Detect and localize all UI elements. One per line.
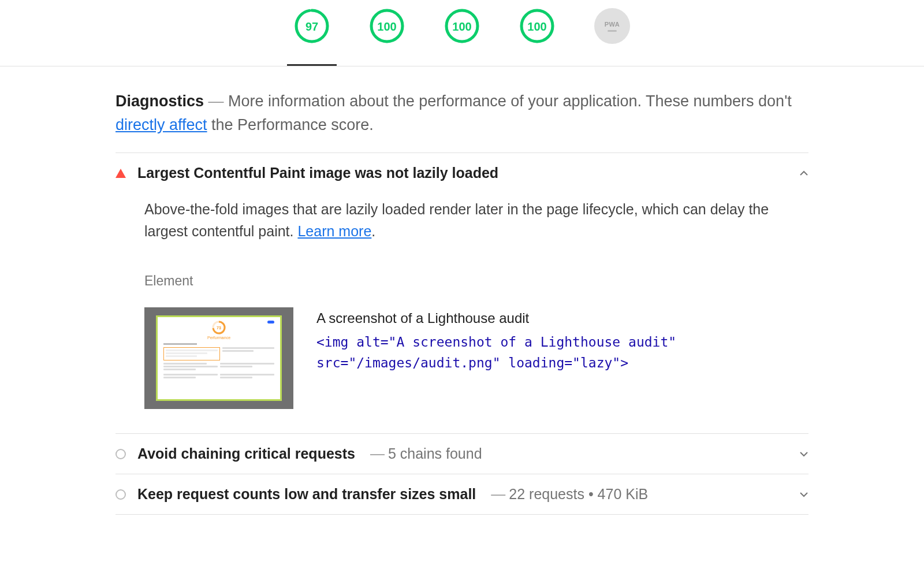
info-circle-icon (116, 489, 126, 500)
element-label: Element (144, 273, 808, 289)
audit-request-counts: Keep request counts low and transfer siz… (116, 474, 808, 515)
gauge-icon: 97 (294, 8, 330, 44)
chevron-down-icon (799, 449, 808, 459)
diagnostics-link[interactable]: directly affect (116, 116, 207, 133)
score-tab-accessibility[interactable]: 100 (362, 8, 412, 54)
audit-subtitle: 5 chains found (388, 445, 482, 462)
gauge-icon: 100 (519, 8, 555, 44)
audit-header[interactable]: Keep request counts low and transfer siz… (116, 486, 808, 503)
learn-more-link[interactable]: Learn more (297, 223, 371, 239)
audit-title: Keep request counts low and transfer siz… (137, 486, 476, 503)
audit-header[interactable]: Largest Contentful Paint image was not l… (116, 165, 808, 181)
element-row: 73 Performance (144, 307, 808, 416)
gauge-icon: 100 (369, 8, 405, 44)
svg-text:100: 100 (377, 20, 396, 33)
audit-chain-requests: Avoid chaining critical requests —5 chai… (116, 434, 808, 474)
diagnostics-header: Diagnostics — More information about the… (116, 90, 808, 153)
svg-text:100: 100 (452, 20, 471, 33)
score-tab-seo[interactable]: 100 (512, 8, 562, 54)
pwa-badge-icon: PWA (594, 8, 630, 44)
svg-text:73: 73 (217, 326, 221, 330)
main-content: Diagnostics — More information about the… (104, 66, 820, 515)
diagnostics-title: Diagnostics (116, 92, 204, 110)
svg-text:97: 97 (305, 20, 318, 33)
audit-header[interactable]: Avoid chaining critical requests —5 chai… (116, 445, 808, 462)
audit-body: Above-the-fold images that are lazily lo… (116, 181, 808, 422)
audit-subtitle: 22 requests • 470 KiB (509, 486, 648, 502)
info-circle-icon (116, 449, 126, 459)
score-tab-performance[interactable]: 97 (287, 8, 337, 54)
scores-bar: 97 100 100 100 PWA (0, 0, 924, 66)
element-thumbnail: 73 Performance (144, 307, 293, 409)
score-tab-pwa[interactable]: PWA (587, 8, 637, 54)
diagnostics-desc: More information about the performance o… (228, 92, 792, 110)
audit-title: Largest Contentful Paint image was not l… (137, 165, 498, 181)
audit-lcp-lazy: Largest Contentful Paint image was not l… (116, 153, 808, 434)
score-tab-best-practices[interactable]: 100 (437, 8, 487, 54)
warning-triangle-icon (116, 169, 126, 178)
gauge-icon: 100 (444, 8, 480, 44)
audit-title: Avoid chaining critical requests (137, 445, 355, 462)
diagnostics-desc-after: the Performance score. (207, 116, 374, 133)
svg-text:100: 100 (527, 20, 546, 33)
element-info: A screenshot of a Lighthouse audit <img … (316, 307, 808, 373)
chevron-up-icon (799, 169, 808, 178)
element-caption: A screenshot of a Lighthouse audit (316, 307, 808, 329)
chevron-down-icon (799, 490, 808, 499)
element-code: <img alt="A screenshot of a Lighthouse a… (316, 332, 808, 373)
pwa-label: PWA (605, 21, 620, 28)
audit-description: Above-the-fold images that are lazily lo… (144, 199, 808, 242)
